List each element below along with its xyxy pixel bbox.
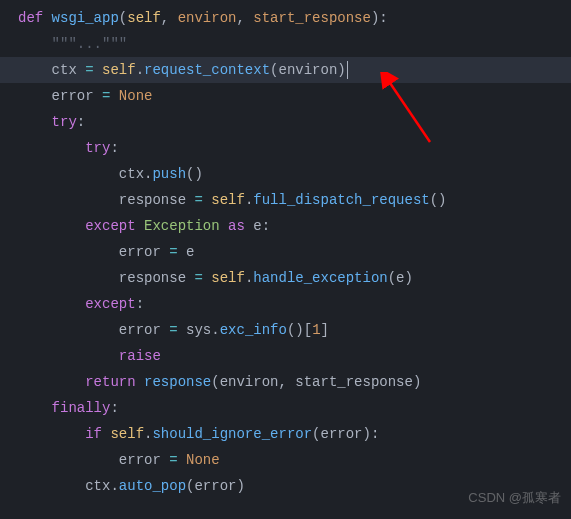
code-line[interactable]: return response(environ, start_response): [0, 369, 571, 395]
function-name: wsgi_app: [52, 10, 119, 26]
paren: (: [312, 426, 320, 442]
param: start_response: [253, 10, 371, 26]
comma: ,: [278, 374, 295, 390]
docstring: """...""": [52, 36, 128, 52]
indent: [18, 114, 52, 130]
code-line[interactable]: response = self.handle_exception(e): [0, 265, 571, 291]
indent: [18, 478, 85, 494]
keyword-try: try: [52, 114, 77, 130]
operator: =: [102, 88, 119, 104]
parens: (): [430, 192, 447, 208]
variable: ctx: [85, 478, 110, 494]
operator: =: [85, 62, 102, 78]
method-name: auto_pop: [119, 478, 186, 494]
dot: .: [211, 322, 219, 338]
paren: ):: [371, 10, 388, 26]
constant: None: [186, 452, 220, 468]
code-line[interactable]: error = None: [0, 447, 571, 473]
code-editor[interactable]: def wsgi_app(self, environ, start_respon…: [0, 0, 571, 504]
code-line[interactable]: error = None: [0, 83, 571, 109]
argument: environ: [220, 374, 279, 390]
module: sys: [186, 322, 211, 338]
indent: [18, 348, 119, 364]
indent: [18, 140, 85, 156]
indent: [18, 452, 119, 468]
exception-class: Exception: [144, 218, 228, 234]
code-line[interactable]: finally:: [0, 395, 571, 421]
parens: ()[: [287, 322, 312, 338]
operator: =: [194, 192, 211, 208]
paren: ): [337, 62, 345, 78]
watermark-text: CSDN @孤寒者: [468, 485, 561, 511]
indent: [18, 322, 119, 338]
code-line[interactable]: error = e: [0, 239, 571, 265]
code-line[interactable]: if self.should_ignore_error(error):: [0, 421, 571, 447]
variable: e: [186, 244, 194, 260]
paren: ): [405, 270, 413, 286]
colon: :: [136, 296, 144, 312]
code-line[interactable]: def wsgi_app(self, environ, start_respon…: [0, 5, 571, 31]
variable: error: [119, 452, 169, 468]
parens: (): [186, 166, 203, 182]
variable: e: [253, 218, 261, 234]
variable: ctx: [119, 166, 144, 182]
text-cursor: [347, 61, 348, 79]
variable: error: [52, 88, 102, 104]
paren: ):: [363, 426, 380, 442]
variable: error: [119, 244, 169, 260]
indent: [18, 218, 85, 234]
code-line[interactable]: except:: [0, 291, 571, 317]
argument: error: [321, 426, 363, 442]
argument: environ: [278, 62, 337, 78]
variable: response: [119, 192, 195, 208]
code-line[interactable]: ctx.push(): [0, 161, 571, 187]
operator: =: [169, 322, 186, 338]
colon: :: [262, 218, 270, 234]
variable: response: [119, 270, 195, 286]
paren: ): [413, 374, 421, 390]
indent: [18, 400, 52, 416]
self-param: self: [127, 10, 161, 26]
code-line[interactable]: except Exception as e:: [0, 213, 571, 239]
code-line[interactable]: """...""": [0, 31, 571, 57]
keyword-raise: raise: [119, 348, 161, 364]
keyword-return: return: [85, 374, 144, 390]
method-name: full_dispatch_request: [253, 192, 429, 208]
dot: .: [136, 62, 144, 78]
code-line[interactable]: error = sys.exc_info()[1]: [0, 317, 571, 343]
colon: :: [110, 140, 118, 156]
code-line-active[interactable]: ctx = self.request_context(environ): [0, 57, 571, 83]
indent: [18, 62, 52, 78]
code-line[interactable]: response = self.full_dispatch_request(): [0, 187, 571, 213]
indent: [18, 166, 119, 182]
param: environ: [178, 10, 237, 26]
method-name: should_ignore_error: [152, 426, 312, 442]
paren: (: [211, 374, 219, 390]
comma: ,: [161, 10, 178, 26]
self-ref: self: [211, 192, 245, 208]
code-line[interactable]: try:: [0, 109, 571, 135]
keyword-try: try: [85, 140, 110, 156]
indent: [18, 36, 52, 52]
bracket: ]: [321, 322, 329, 338]
paren: ): [236, 478, 244, 494]
self-ref: self: [110, 426, 144, 442]
method-name: exc_info: [220, 322, 287, 338]
argument: start_response: [295, 374, 413, 390]
keyword-except: except: [85, 218, 144, 234]
method-name: handle_exception: [253, 270, 387, 286]
indent: [18, 88, 52, 104]
code-line[interactable]: raise: [0, 343, 571, 369]
self-ref: self: [211, 270, 245, 286]
indent: [18, 192, 119, 208]
method-name: push: [152, 166, 186, 182]
indent: [18, 296, 85, 312]
code-line[interactable]: try:: [0, 135, 571, 161]
operator: =: [169, 244, 186, 260]
keyword-finally: finally: [52, 400, 111, 416]
colon: :: [110, 400, 118, 416]
colon: :: [77, 114, 85, 130]
argument: e: [396, 270, 404, 286]
keyword-if: if: [85, 426, 110, 442]
keyword-as: as: [228, 218, 253, 234]
